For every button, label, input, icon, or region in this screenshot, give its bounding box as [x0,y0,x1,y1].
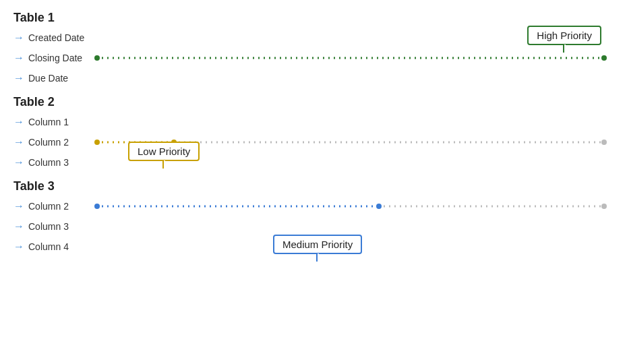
row-label: Due Date [28,73,89,84]
col2-table3-track [94,204,607,209]
table-row: → Closing Date [13,48,607,68]
row-label: Column 2 [28,137,89,148]
track-start-dot [94,140,100,145]
track-start-dot [94,55,100,61]
dot-line-start [94,206,376,208]
track-end-dot [601,204,607,209]
row-label: Column 4 [28,241,89,252]
table-row: → Column 2 [13,196,607,216]
table1-title: Table 1 [13,11,607,25]
track-end-dot [601,140,607,145]
arrow-icon: → [13,72,24,84]
low-priority-callout: Low Priority [128,142,200,161]
main-content: High Priority Low Priority Medium Priori… [13,11,614,257]
track-start-dot [94,204,100,209]
row-label: Column 1 [28,117,89,127]
arrow-icon: → [13,52,24,64]
row-label: Column 3 [28,221,89,232]
table-row: → Column 1 [13,112,607,132]
arrow-icon: → [13,220,24,233]
row-label: Column 3 [28,157,89,168]
high-priority-callout: High Priority [527,26,601,45]
row-label: Closing Date [28,53,89,63]
arrow-icon: → [13,136,24,148]
table2-title: Table 2 [13,95,607,109]
arrow-icon: → [13,241,24,253]
table1-section: Table 1 → Created Date → Closing Date → … [13,11,607,88]
row-label: Column 2 [28,201,89,212]
medium-priority-callout: Medium Priority [273,235,362,254]
arrow-icon: → [13,116,24,128]
arrow-icon: → [13,200,24,212]
closing-date-track [94,55,607,61]
dot-line-end [376,206,607,208]
arrow-icon: → [13,156,24,169]
arrow-icon: → [13,32,24,44]
table-row: → Created Date [13,28,607,48]
track-end-dot [601,55,607,61]
table-row: → Column 2 [13,132,607,152]
table2-section: Table 2 → Column 1 → Column 2 → Column 3 [13,95,607,173]
dot-line [94,57,607,59]
table-row: → Due Date [13,68,607,88]
track-mid-dot [376,204,382,209]
table-row: → Column 3 [13,152,607,173]
table3-title: Table 3 [13,179,607,193]
row-label: Created Date [28,32,89,43]
table-row: → Column 3 [13,216,607,237]
dot-line-end [171,142,607,144]
